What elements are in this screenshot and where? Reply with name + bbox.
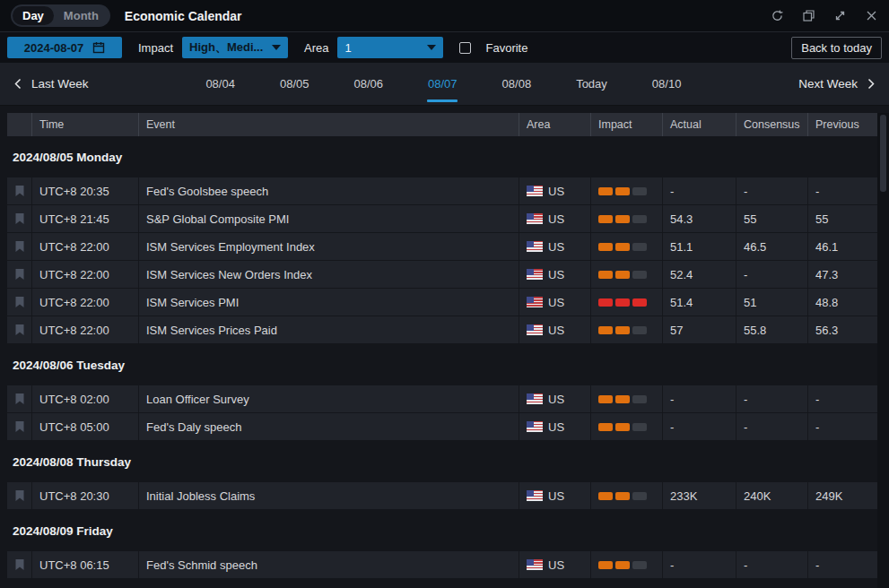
table-body: 2024/08/05 MondayUTC+8 20:35Fed's Goolsb… — [7, 136, 877, 578]
area-code: US — [548, 268, 564, 281]
event-row[interactable]: UTC+8 21:45S&P Global Composite PMIUS54.… — [7, 205, 877, 232]
column-header-area: Area — [519, 113, 590, 136]
bookmark-icon[interactable] — [14, 324, 25, 336]
consensus-value: 240K — [736, 482, 807, 509]
week-day-tab[interactable]: Today — [574, 72, 609, 96]
date-section-header: 2024/08/09 Friday — [7, 510, 877, 551]
last-week-label: Last Week — [31, 77, 89, 91]
event-area: US — [519, 413, 590, 440]
bookmark-icon[interactable] — [14, 420, 25, 433]
date-section-header: 2024/08/08 Thursday — [7, 441, 877, 482]
impact-cell — [590, 233, 662, 260]
previous-value: 55 — [807, 205, 877, 232]
vertical-scrollbar[interactable] — [877, 113, 889, 588]
filter-bar: 2024-08-07 Impact High、Medi... Area 1 Fa… — [0, 32, 889, 63]
impact-cell — [590, 385, 662, 412]
favorite-checkbox[interactable] — [459, 42, 471, 54]
event-row[interactable]: UTC+8 06:15Fed's Schmid speechUS--- — [7, 551, 877, 578]
previous-value: - — [807, 551, 877, 578]
impact-cell — [590, 289, 662, 316]
table-header-row: Time Event Area Impact Actual Consensus … — [7, 113, 877, 136]
window-controls — [771, 9, 878, 22]
chevron-down-icon — [272, 45, 281, 50]
consensus-value: 55.8 — [736, 316, 807, 343]
title-bar: Day Month Economic Calendar — [0, 0, 889, 32]
bookmark-icon[interactable] — [14, 212, 25, 225]
actual-value: - — [662, 413, 736, 440]
bookmark-icon[interactable] — [14, 558, 25, 571]
event-row[interactable]: UTC+8 20:30Initial Jobless ClaimsUS233K2… — [7, 482, 877, 509]
previous-value: - — [807, 413, 877, 440]
close-icon[interactable] — [865, 9, 878, 22]
event-time: UTC+8 22:00 — [31, 233, 138, 260]
consensus-value: - — [736, 551, 807, 578]
bookmark-cell — [7, 289, 31, 316]
event-name: ISM Services Prices Paid — [138, 316, 519, 343]
bookmark-icon[interactable] — [14, 240, 25, 253]
event-time: UTC+8 02:00 — [31, 385, 138, 412]
area-code: US — [548, 296, 564, 309]
actual-value: 233K — [662, 482, 736, 509]
column-header-actual: Actual — [662, 113, 736, 136]
event-time: UTC+8 22:00 — [31, 316, 138, 343]
bookmark-column-header — [7, 113, 31, 136]
area-code: US — [548, 558, 564, 572]
event-name: Initial Jobless Claims — [138, 482, 519, 509]
refresh-icon[interactable] — [771, 9, 784, 22]
event-row[interactable]: UTC+8 22:00ISM Services PMIUS51.45148.8 — [7, 289, 877, 316]
next-week-button[interactable]: Next Week — [798, 77, 876, 91]
event-name: Loan Officer Survey — [138, 385, 519, 412]
next-week-label: Next Week — [798, 77, 858, 91]
event-area: US — [519, 233, 590, 260]
bookmark-cell — [7, 261, 31, 288]
event-time: UTC+8 06:15 — [31, 551, 138, 578]
impact-indicator-medium — [598, 243, 647, 251]
back-to-today-button[interactable]: Back to today — [791, 37, 882, 59]
week-day-tab[interactable]: 08/08 — [501, 72, 534, 96]
scrollbar-thumb[interactable] — [880, 115, 886, 192]
last-week-button[interactable]: Last Week — [13, 77, 89, 91]
tab-month[interactable]: Month — [54, 6, 109, 25]
bookmark-icon[interactable] — [14, 268, 25, 281]
impact-indicator-medium — [598, 395, 647, 403]
event-name: ISM Services PMI — [138, 289, 519, 316]
event-row[interactable]: UTC+8 05:00Fed's Daly speechUS--- — [7, 413, 877, 440]
previous-value: 56.3 — [807, 316, 877, 343]
event-row[interactable]: UTC+8 22:00ISM Services Employment Index… — [7, 233, 877, 260]
restore-window-icon[interactable] — [802, 9, 815, 22]
impact-indicator-medium — [598, 326, 647, 334]
view-mode-switch: Day Month — [11, 4, 110, 27]
week-day-tab[interactable]: 08/07 — [426, 72, 459, 96]
event-row[interactable]: UTC+8 22:00ISM Services New Orders Index… — [7, 261, 877, 288]
impact-filter-dropdown[interactable]: High、Medi... — [182, 37, 288, 58]
event-name: Fed's Goolsbee speech — [138, 177, 519, 204]
bookmark-icon[interactable] — [14, 489, 25, 502]
actual-value: - — [662, 177, 736, 204]
expand-icon[interactable] — [833, 9, 847, 22]
week-day-tab[interactable]: 08/05 — [278, 72, 311, 96]
bookmark-icon[interactable] — [14, 296, 25, 308]
event-row[interactable]: UTC+8 02:00Loan Officer SurveyUS--- — [7, 385, 877, 412]
actual-value: - — [662, 385, 736, 412]
week-day-tab[interactable]: 08/10 — [650, 72, 684, 96]
actual-value: 51.4 — [662, 289, 736, 316]
tab-day[interactable]: Day — [13, 6, 54, 25]
bookmark-cell — [7, 233, 31, 260]
week-day-tab[interactable]: 08/06 — [352, 72, 385, 96]
event-row[interactable]: UTC+8 22:00ISM Services Prices PaidUS575… — [7, 316, 877, 343]
event-time: UTC+8 22:00 — [31, 289, 138, 316]
event-time: UTC+8 21:45 — [31, 205, 138, 232]
date-value: 2024-08-07 — [24, 41, 84, 55]
us-flag-icon — [527, 559, 543, 570]
event-row[interactable]: UTC+8 20:35Fed's Goolsbee speechUS--- — [7, 177, 877, 204]
calendar-table: Time Event Area Impact Actual Consensus … — [0, 106, 889, 578]
event-name: S&P Global Composite PMI — [138, 205, 519, 232]
event-name: Fed's Daly speech — [138, 413, 519, 440]
week-day-tab[interactable]: 08/04 — [204, 72, 237, 96]
date-picker-input[interactable]: 2024-08-07 — [7, 37, 122, 58]
bookmark-icon[interactable] — [14, 393, 25, 405]
area-filter-dropdown[interactable]: 1 — [337, 37, 443, 58]
bookmark-icon[interactable] — [14, 185, 25, 197]
event-area: US — [519, 261, 590, 288]
area-code: US — [548, 324, 564, 337]
